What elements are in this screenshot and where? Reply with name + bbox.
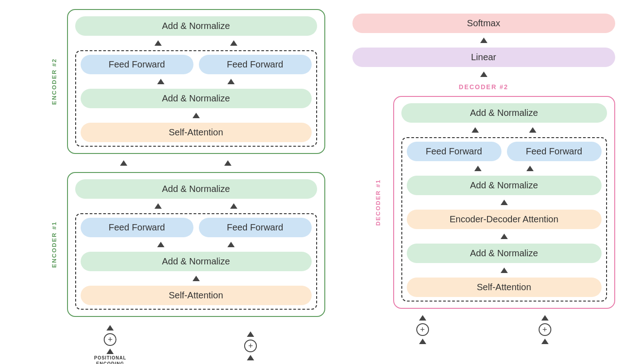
between-encoders-arrows	[26, 158, 325, 168]
decoder1-arrows-ff	[401, 125, 607, 134]
arrow-up	[480, 38, 487, 43]
encoder1-label: ENCODER #1	[51, 221, 58, 268]
encoder1-arrows-mid	[81, 240, 312, 249]
linear-block: Linear	[352, 48, 615, 67]
arrow-up	[501, 234, 508, 239]
decoder1-arrow-sa	[407, 266, 602, 275]
encoder1-ff-left: Feed Forward	[81, 218, 193, 237]
arrow-up	[227, 242, 235, 247]
encoder1-add-normalize-mid: Add & Normalize	[81, 252, 312, 271]
encoder2-ff-right: Feed Forward	[199, 55, 312, 74]
encoder2-ff-row: Feed Forward Feed Forward	[81, 55, 312, 74]
decoder1-wrapper: DECODER #1 Add & Normalize Feed Forward …	[393, 96, 615, 309]
arrow-up	[106, 349, 114, 354]
arrow-up	[501, 200, 508, 205]
encoder2-self-attention: Self-Attention	[81, 123, 312, 142]
decoder1-ff-right: Feed Forward	[507, 142, 602, 161]
transformer-diagram: ENCODER #2 Add & Normalize Feed Forward …	[0, 0, 641, 364]
decoder-circle-plus-left: +	[416, 323, 429, 336]
decoder1-box: Add & Normalize Feed Forward Feed Forwar…	[393, 96, 615, 309]
encoder1-ff-dashed: Feed Forward Feed Forward Add & Normaliz…	[75, 213, 317, 310]
encoder1-arrows-ff	[75, 201, 317, 211]
circle-plus-left: +	[104, 333, 116, 346]
decoder1-arrow-an2	[407, 232, 602, 241]
pe-item-right: +	[244, 331, 257, 360]
circle-plus-right: +	[244, 340, 257, 352]
arrow-up	[230, 203, 237, 209]
arrow-up	[501, 268, 508, 273]
arrow-up	[106, 325, 114, 330]
arrow-up	[224, 160, 231, 166]
pe-label: POSITIONALENCODING	[94, 355, 126, 364]
encoder1-ff-row: Feed Forward Feed Forward	[81, 218, 312, 237]
pe-item-left: + POSITIONALENCODING	[94, 325, 126, 364]
arrow-up	[529, 127, 536, 133]
arrow-up	[230, 40, 237, 46]
arrow-up	[541, 315, 549, 321]
arrow-up	[541, 339, 549, 344]
arrow-up	[474, 166, 482, 171]
encoder2-arrow-sa	[81, 111, 312, 120]
arrow-linear	[352, 70, 615, 79]
encoder2-box: Add & Normalize Feed Forward Feed Forwar…	[67, 9, 325, 154]
encoder1-arrow-sa	[81, 274, 312, 283]
encoder2-add-normalize-mid: Add & Normalize	[81, 89, 312, 108]
decoder1-arrows-mid	[407, 164, 602, 173]
arrow-up	[247, 355, 254, 360]
encoder1-add-normalize-top: Add & Normalize	[75, 179, 317, 199]
arrow-up	[157, 242, 164, 247]
decoder1-ff-row: Feed Forward Feed Forward	[407, 142, 602, 161]
arrow-up	[154, 203, 162, 209]
decoder1-add-normalize-mid: Add & Normalize	[407, 176, 602, 195]
encoder1-box: Add & Normalize Feed Forward Feed Forwar…	[67, 172, 325, 317]
decoder-circle-plus-right: +	[539, 323, 551, 336]
arrow-softmax	[352, 36, 615, 45]
decoder1-enc-dec-attention: Encoder-Decoder Attention	[407, 210, 602, 229]
positional-encoding-row: + POSITIONALENCODING +	[26, 323, 325, 364]
encoder2-add-normalize-top: Add & Normalize	[75, 16, 317, 36]
arrow-up	[526, 166, 534, 171]
encoder2-arrows-mid	[81, 77, 312, 86]
right-side: Softmax Linear DECODER #2 DECODER #1 Add…	[352, 9, 615, 346]
arrow-up	[419, 339, 426, 344]
encoder-side: ENCODER #2 Add & Normalize Feed Forward …	[26, 9, 325, 364]
decoder-pe-item-right: +	[539, 315, 551, 344]
encoder2-ff-left: Feed Forward	[81, 55, 193, 74]
encoder2-wrapper: ENCODER #2 Add & Normalize Feed Forward …	[67, 9, 325, 154]
arrow-up	[247, 331, 254, 337]
encoder2-arrows-ff	[75, 38, 317, 48]
arrow-up	[157, 79, 164, 84]
decoder1-self-attention: Self-Attention	[407, 278, 602, 297]
decoder1-add-normalize-top: Add & Normalize	[401, 103, 607, 123]
decoder1-arrow-eda	[407, 198, 602, 207]
decoder-pe-row: + +	[352, 313, 615, 346]
decoder1-label: DECODER #1	[375, 179, 381, 225]
encoder1-ff-right: Feed Forward	[199, 218, 312, 237]
arrow-up	[193, 113, 200, 118]
encoder2-ff-dashed: Feed Forward Feed Forward Add & Normaliz…	[75, 50, 317, 147]
softmax-block: Softmax	[352, 14, 615, 33]
arrow-up	[193, 276, 200, 281]
decoder1-add-normalize-lower: Add & Normalize	[407, 244, 602, 263]
decoder2-label: DECODER #2	[352, 81, 615, 93]
arrow-up	[227, 79, 235, 84]
encoder1-self-attention: Self-Attention	[81, 286, 312, 305]
decoder-pe-item-left: +	[416, 315, 429, 344]
arrow-up	[480, 72, 487, 77]
encoder1-wrapper: ENCODER #1 Add & Normalize Feed Forward …	[67, 172, 325, 317]
decoder1-ff-dashed: Feed Forward Feed Forward Add & Normaliz…	[401, 137, 607, 302]
arrow-up	[154, 40, 162, 46]
decoder1-ff-left: Feed Forward	[407, 142, 501, 161]
encoder2-label: ENCODER #2	[51, 58, 58, 105]
arrow-up	[120, 160, 127, 166]
arrow-up	[419, 315, 426, 321]
arrow-up	[472, 127, 479, 133]
